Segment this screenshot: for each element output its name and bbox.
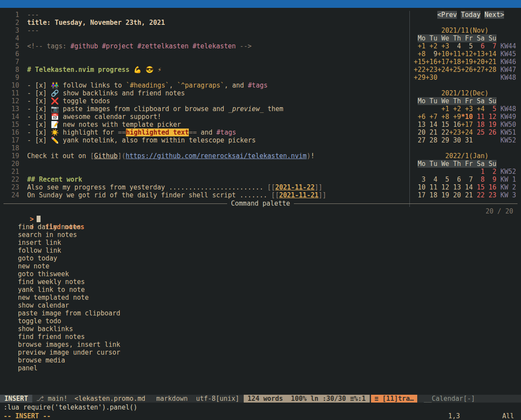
calendar-day[interactable]: +28 [485,66,497,74]
calendar-day[interactable]: +30 [426,74,437,81]
calendar-day[interactable]: +21 [485,58,497,66]
calendar-day[interactable]: +22 [414,66,426,74]
calendar-day[interactable]: 15 [437,121,449,129]
calendar-day[interactable]: +2 [426,42,437,50]
calendar-day[interactable]: +1 [414,42,426,50]
calendar-day[interactable]: 13 [449,183,461,191]
palette-item[interactable]: new note [0,262,521,270]
calendar-day[interactable]: 14 [426,121,437,129]
calendar-day[interactable]: 11 [426,183,437,191]
calendar-day[interactable]: 21 [461,191,473,199]
palette-item[interactable]: preview image under cursor [0,349,521,356]
link[interactable]: 2021-11-21 [279,191,318,199]
calendar-day[interactable]: 28 [426,136,437,144]
calendar-day[interactable]: 19 [437,191,449,199]
palette-item[interactable]: follow link [0,247,521,254]
calendar-day[interactable]: 20 [414,129,426,136]
calendar-today-button[interactable]: Today [461,11,480,19]
calendar-day[interactable]: 9 [485,176,497,183]
calendar-next-button[interactable]: Next> [484,11,504,19]
link[interactable]: 2021-11-22 [275,183,314,191]
palette-item[interactable]: goto today [0,254,521,262]
calendar-day[interactable]: 21 [426,129,437,136]
calendar-day[interactable]: 4 [449,42,461,50]
calendar-prev-button[interactable]: <Prev [437,11,457,19]
calendar-day[interactable]: 5 [461,42,473,50]
calendar-day[interactable]: +3 [437,42,449,50]
calendar-day[interactable]: +11 [449,50,461,58]
calendar-day[interactable]: 3 [414,176,426,183]
calendar-day[interactable]: 6 [449,176,461,183]
calendar-day[interactable]: 4 [426,176,437,183]
calendar-day[interactable]: 11 [473,113,484,121]
calendar-day[interactable]: +25 [449,66,461,74]
calendar-day[interactable]: +13 [473,50,484,58]
palette-item[interactable]: insert link [0,239,521,247]
calendar-day[interactable]: +24 [437,66,449,74]
calendar-day[interactable]: 14 [461,183,473,191]
calendar-day[interactable]: +10 [437,50,449,58]
calendar-day[interactable]: 18 [426,191,437,199]
link[interactable]: Github [94,152,118,160]
calendar-day[interactable]: 12 [485,113,497,121]
calendar-day[interactable]: +8 [437,113,449,121]
calendar-day[interactable]: 16 [485,183,497,191]
palette-selected-item[interactable]: >find notes [0,215,521,223]
calendar-day[interactable]: +8 [414,50,426,58]
calendar-day[interactable]: +3 [461,105,473,113]
palette-item[interactable]: show calendar [0,301,521,309]
calendar-day[interactable]: 1 [473,168,484,176]
calendar-day[interactable]: 8 [473,176,484,183]
calendar-day[interactable]: +26 [461,66,473,74]
calendar-day[interactable]: 16 [449,121,461,129]
calendar-day[interactable]: +4 [473,105,484,113]
calendar-day[interactable]: +1 [437,105,449,113]
palette-item[interactable]: find friend notes [0,333,521,341]
calendar-day[interactable]: +17 [461,121,473,129]
calendar-day[interactable]: +2 [449,105,461,113]
calendar-day[interactable]: +14 [485,50,497,58]
calendar-day[interactable]: +23 [426,66,437,74]
calendar-day[interactable]: +29 [414,74,426,81]
palette-item[interactable]: yank link to note [0,286,521,294]
calendar-day[interactable]: +12 [461,50,473,58]
calendar-day[interactable]: +16 [426,58,437,66]
calendar-day[interactable]: +27 [473,66,484,74]
palette-item[interactable]: goto thisweek [0,270,521,278]
palette-item[interactable]: paste image from clipboard [0,309,521,317]
calendar-day[interactable]: 7 [485,42,497,50]
calendar-day[interactable]: *10 [461,113,473,121]
calendar-day[interactable]: +18 [449,58,461,66]
command-line[interactable]: :lua require('telekasten').panel() [3,403,137,411]
palette-item[interactable]: panel [0,364,521,372]
calendar-day[interactable]: +17 [437,58,449,66]
calendar-day[interactable]: 10 [414,183,426,191]
calendar-day[interactable]: 9 [426,50,437,58]
calendar-day[interactable]: 22 [437,129,449,136]
calendar-day[interactable]: +23 [449,129,461,136]
calendar-day[interactable]: 5 [485,105,497,113]
calendar-day[interactable]: 6 [473,42,484,50]
calendar-day[interactable]: 19 [485,121,497,129]
palette-item[interactable]: find weekly notes [0,278,521,286]
calendar-day[interactable]: 26 [485,129,497,136]
calendar-day[interactable]: +7 [426,113,437,121]
calendar-day[interactable]: 25 [473,129,484,136]
calendar-day[interactable]: +20 [473,58,484,66]
calendar-day[interactable]: +6 [414,113,426,121]
palette-item[interactable]: toggle todo [0,317,521,325]
calendar-day[interactable]: 23 [485,191,497,199]
calendar-day[interactable]: 17 [414,191,426,199]
calendar-day[interactable]: 18 [473,121,484,129]
calendar-day[interactable]: 31 [461,136,473,144]
calendar-day[interactable]: 12 [437,183,449,191]
palette-item[interactable]: show backlinks [0,325,521,333]
calendar-day[interactable]: 2 [485,168,497,176]
calendar-day[interactable]: 30 [449,136,461,144]
calendar-day[interactable]: +24 [461,129,473,136]
calendar-day[interactable]: 29 [437,136,449,144]
palette-item[interactable]: search in notes [0,231,521,239]
editor-area[interactable]: 1 --- 2 title: Tuesday, November 23th, 2… [3,11,407,199]
calendar-day[interactable]: +9 [449,113,461,121]
calendar-day[interactable]: 27 [414,136,426,144]
